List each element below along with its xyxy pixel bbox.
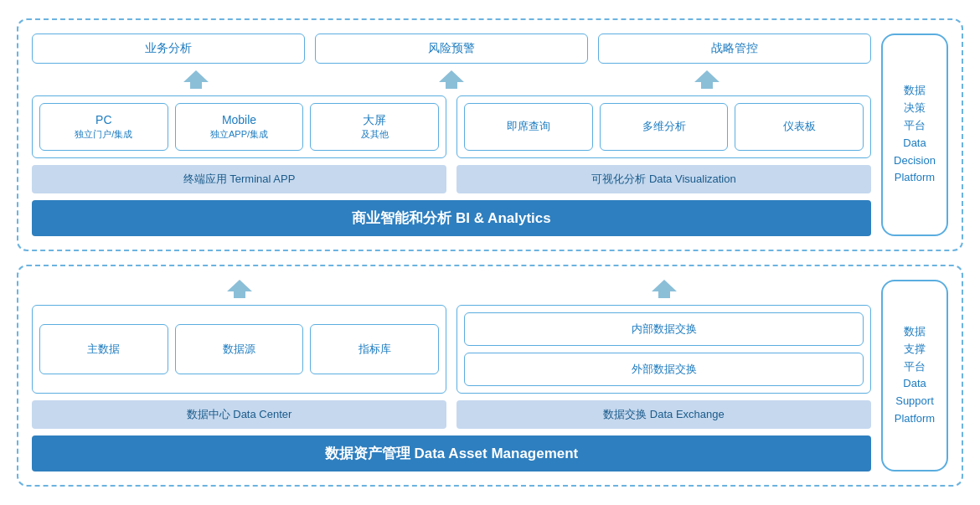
sub-boxes-row: PC 独立门户/集成 Mobile 独立APP/集成 大屏 及其他 即 xyxy=(32,95,871,158)
bottom-section: 主数据 数据源 指标库 内部数据交换 外部数据交换 xyxy=(17,265,963,487)
label-strategy-control: 战略管控 xyxy=(598,33,871,64)
svg-marker-2 xyxy=(694,70,720,89)
band-terminal: 终端应用 Terminal APP xyxy=(32,165,446,193)
main-diagram: 业务分析 风险预警 战略管控 xyxy=(17,18,963,487)
label-business-analysis: 业务分析 xyxy=(32,33,305,64)
arrow-up-1 xyxy=(183,70,209,89)
bottom-band-row: 数据中心 Data Center 数据交换 Data Exchange xyxy=(32,400,871,429)
top-arrows-row xyxy=(32,70,871,89)
label-risk-warning: 风险预警 xyxy=(315,33,588,64)
top-main: 业务分析 风险预警 战略管控 xyxy=(32,33,871,236)
box-internal-exchange: 内部数据交换 xyxy=(464,312,864,346)
box-datasource: 数据源 xyxy=(175,324,304,374)
bottom-main: 主数据 数据源 指标库 内部数据交换 外部数据交换 xyxy=(32,280,871,472)
band-visualization: 可视化分析 Data Visualization xyxy=(456,165,871,193)
box-pc: PC 独立门户/集成 xyxy=(39,103,168,151)
box-master-data: 主数据 xyxy=(39,324,168,374)
arrow-up-2 xyxy=(439,70,464,89)
bottom-arrow-up-1 xyxy=(227,280,252,298)
box-bigscreen: 大屏 及其他 xyxy=(310,103,439,151)
svg-marker-1 xyxy=(439,70,464,89)
top-main-bar: 商业智能和分析 BI & Analytics xyxy=(32,200,871,236)
top-labels-row: 业务分析 风险预警 战略管控 xyxy=(32,33,871,64)
top-side-pill: 数据决策平台DataDecisionPlatform xyxy=(881,33,948,236)
bottom-arrows-row xyxy=(32,280,871,298)
svg-marker-3 xyxy=(227,280,252,298)
band-datacenter: 数据中心 Data Center xyxy=(32,400,446,429)
box-indicator: 指标库 xyxy=(310,324,439,374)
svg-marker-0 xyxy=(183,70,209,89)
box-dashboard: 仪表板 xyxy=(735,103,864,151)
band-dataexchange: 数据交换 Data Exchange xyxy=(456,400,871,429)
svg-marker-4 xyxy=(652,280,677,298)
top-band-row: 终端应用 Terminal APP 可视化分析 Data Visualizati… xyxy=(32,165,871,193)
box-multidim: 多维分析 xyxy=(600,103,729,151)
top-section: 业务分析 风险预警 战略管控 xyxy=(17,18,963,251)
box-adhoc: 即席查询 xyxy=(464,103,593,151)
bottom-side-pill: 数据支撑平台DataSupportPlatform xyxy=(881,280,948,472)
bottom-main-bar: 数据资产管理 Data Asset Management xyxy=(32,435,871,472)
box-mobile: Mobile 独立APP/集成 xyxy=(175,103,304,151)
bottom-arrow-up-2 xyxy=(652,280,677,298)
bottom-content-row: 主数据 数据源 指标库 内部数据交换 外部数据交换 xyxy=(32,305,871,394)
arrow-up-3 xyxy=(694,70,720,89)
box-external-exchange: 外部数据交换 xyxy=(464,353,864,386)
